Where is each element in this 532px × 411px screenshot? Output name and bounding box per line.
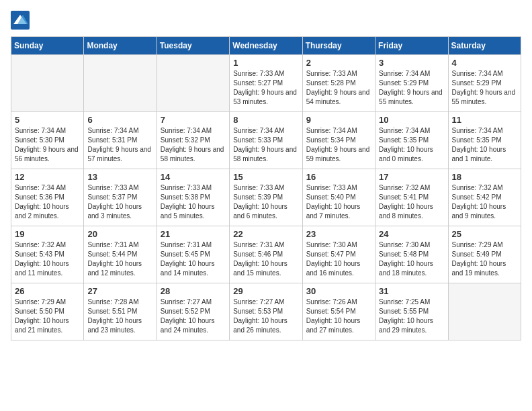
- calendar-cell: 11Sunrise: 7:34 AM Sunset: 5:35 PM Dayli…: [448, 112, 521, 169]
- day-number: 2: [306, 58, 371, 68]
- calendar-cell: 28Sunrise: 7:27 AM Sunset: 5:52 PM Dayli…: [157, 283, 229, 340]
- calendar-cell: [157, 55, 229, 112]
- day-info: Sunrise: 7:27 AM Sunset: 5:52 PM Dayligh…: [161, 298, 226, 335]
- day-number: 23: [306, 229, 371, 239]
- day-info: Sunrise: 7:29 AM Sunset: 5:50 PM Dayligh…: [15, 298, 80, 335]
- calendar-cell: 9Sunrise: 7:34 AM Sunset: 5:34 PM Daylig…: [302, 112, 375, 169]
- calendar-cell: [11, 55, 84, 112]
- day-number: 3: [379, 58, 444, 68]
- day-info: Sunrise: 7:32 AM Sunset: 5:41 PM Dayligh…: [379, 183, 444, 221]
- calendar-header-row: SundayMondayTuesdayWednesdayThursdayFrid…: [11, 37, 521, 55]
- calendar-cell: 14Sunrise: 7:33 AM Sunset: 5:38 PM Dayli…: [157, 169, 229, 226]
- calendar-header-sunday: Sunday: [11, 37, 84, 55]
- calendar-cell: 1Sunrise: 7:33 AM Sunset: 5:27 PM Daylig…: [230, 55, 302, 112]
- calendar-week-row: 5Sunrise: 7:34 AM Sunset: 5:30 PM Daylig…: [11, 112, 521, 169]
- day-number: 21: [161, 229, 226, 239]
- calendar-cell: 7Sunrise: 7:34 AM Sunset: 5:32 PM Daylig…: [157, 112, 229, 169]
- calendar-table: SundayMondayTuesdayWednesdayThursdayFrid…: [11, 36, 521, 340]
- calendar-cell: 15Sunrise: 7:33 AM Sunset: 5:39 PM Dayli…: [230, 169, 302, 226]
- calendar-cell: 17Sunrise: 7:32 AM Sunset: 5:41 PM Dayli…: [375, 169, 448, 226]
- day-info: Sunrise: 7:30 AM Sunset: 5:47 PM Dayligh…: [306, 240, 371, 278]
- day-number: 20: [87, 229, 152, 239]
- calendar-header-tuesday: Tuesday: [157, 37, 229, 55]
- day-number: 12: [15, 172, 80, 182]
- calendar-cell: 19Sunrise: 7:32 AM Sunset: 5:43 PM Dayli…: [11, 226, 84, 283]
- calendar-week-row: 1Sunrise: 7:33 AM Sunset: 5:27 PM Daylig…: [11, 55, 521, 112]
- day-number: 14: [161, 172, 226, 182]
- day-info: Sunrise: 7:27 AM Sunset: 5:53 PM Dayligh…: [233, 298, 298, 335]
- day-number: 10: [379, 115, 444, 125]
- day-number: 5: [15, 115, 80, 125]
- day-info: Sunrise: 7:33 AM Sunset: 5:40 PM Dayligh…: [306, 183, 371, 221]
- calendar-cell: 29Sunrise: 7:27 AM Sunset: 5:53 PM Dayli…: [230, 283, 302, 340]
- day-number: 15: [233, 172, 298, 182]
- calendar-cell: 12Sunrise: 7:34 AM Sunset: 5:36 PM Dayli…: [11, 169, 84, 226]
- day-info: Sunrise: 7:28 AM Sunset: 5:51 PM Dayligh…: [87, 298, 152, 335]
- calendar-cell: 5Sunrise: 7:34 AM Sunset: 5:30 PM Daylig…: [11, 112, 84, 169]
- day-number: 27: [87, 286, 152, 296]
- day-number: 25: [452, 229, 517, 239]
- calendar-cell: 10Sunrise: 7:34 AM Sunset: 5:35 PM Dayli…: [375, 112, 448, 169]
- day-number: 9: [306, 115, 371, 125]
- calendar-cell: 31Sunrise: 7:25 AM Sunset: 5:55 PM Dayli…: [375, 283, 448, 340]
- calendar-cell: 13Sunrise: 7:33 AM Sunset: 5:37 PM Dayli…: [84, 169, 157, 226]
- day-info: Sunrise: 7:34 AM Sunset: 5:35 PM Dayligh…: [379, 126, 444, 164]
- logo: [11, 11, 32, 30]
- day-number: 4: [452, 58, 517, 68]
- calendar-cell: 22Sunrise: 7:31 AM Sunset: 5:46 PM Dayli…: [230, 226, 302, 283]
- calendar-cell: 30Sunrise: 7:26 AM Sunset: 5:54 PM Dayli…: [302, 283, 375, 340]
- day-info: Sunrise: 7:34 AM Sunset: 5:30 PM Dayligh…: [15, 126, 80, 164]
- day-number: 17: [379, 172, 444, 182]
- calendar-cell: 6Sunrise: 7:34 AM Sunset: 5:31 PM Daylig…: [84, 112, 157, 169]
- day-info: Sunrise: 7:32 AM Sunset: 5:42 PM Dayligh…: [452, 183, 517, 221]
- day-info: Sunrise: 7:34 AM Sunset: 5:34 PM Dayligh…: [306, 126, 371, 164]
- day-info: Sunrise: 7:33 AM Sunset: 5:37 PM Dayligh…: [87, 183, 152, 221]
- day-number: 29: [233, 286, 298, 296]
- day-info: Sunrise: 7:34 AM Sunset: 5:36 PM Dayligh…: [15, 183, 80, 221]
- day-info: Sunrise: 7:31 AM Sunset: 5:46 PM Dayligh…: [233, 240, 298, 278]
- day-number: 8: [233, 115, 298, 125]
- calendar-cell: 20Sunrise: 7:31 AM Sunset: 5:44 PM Dayli…: [84, 226, 157, 283]
- day-info: Sunrise: 7:34 AM Sunset: 5:31 PM Dayligh…: [87, 126, 152, 164]
- calendar-cell: 4Sunrise: 7:34 AM Sunset: 5:29 PM Daylig…: [448, 55, 521, 112]
- day-number: 24: [379, 229, 444, 239]
- day-number: 11: [452, 115, 517, 125]
- day-info: Sunrise: 7:34 AM Sunset: 5:32 PM Dayligh…: [161, 126, 226, 164]
- day-info: Sunrise: 7:33 AM Sunset: 5:27 PM Dayligh…: [233, 69, 298, 107]
- day-info: Sunrise: 7:25 AM Sunset: 5:55 PM Dayligh…: [379, 298, 444, 335]
- calendar-cell: 16Sunrise: 7:33 AM Sunset: 5:40 PM Dayli…: [302, 169, 375, 226]
- calendar-week-row: 12Sunrise: 7:34 AM Sunset: 5:36 PM Dayli…: [11, 169, 521, 226]
- day-info: Sunrise: 7:34 AM Sunset: 5:35 PM Dayligh…: [452, 126, 517, 164]
- day-number: 26: [15, 286, 80, 296]
- day-number: 22: [233, 229, 298, 239]
- day-info: Sunrise: 7:31 AM Sunset: 5:44 PM Dayligh…: [87, 240, 152, 278]
- calendar-header-friday: Friday: [375, 37, 448, 55]
- day-info: Sunrise: 7:26 AM Sunset: 5:54 PM Dayligh…: [306, 298, 371, 335]
- day-number: 7: [161, 115, 226, 125]
- page-header: [11, 11, 521, 30]
- day-number: 31: [379, 286, 444, 296]
- calendar-cell: [84, 55, 157, 112]
- day-info: Sunrise: 7:29 AM Sunset: 5:49 PM Dayligh…: [452, 240, 517, 278]
- calendar-cell: 23Sunrise: 7:30 AM Sunset: 5:47 PM Dayli…: [302, 226, 375, 283]
- calendar-header-saturday: Saturday: [448, 37, 521, 55]
- day-number: 19: [15, 229, 80, 239]
- day-info: Sunrise: 7:31 AM Sunset: 5:45 PM Dayligh…: [161, 240, 226, 278]
- calendar-cell: 27Sunrise: 7:28 AM Sunset: 5:51 PM Dayli…: [84, 283, 157, 340]
- day-info: Sunrise: 7:32 AM Sunset: 5:43 PM Dayligh…: [15, 240, 80, 278]
- day-info: Sunrise: 7:33 AM Sunset: 5:28 PM Dayligh…: [306, 69, 371, 107]
- calendar-cell: 2Sunrise: 7:33 AM Sunset: 5:28 PM Daylig…: [302, 55, 375, 112]
- day-number: 16: [306, 172, 371, 182]
- calendar-header-wednesday: Wednesday: [230, 37, 302, 55]
- day-info: Sunrise: 7:33 AM Sunset: 5:39 PM Dayligh…: [233, 183, 298, 221]
- day-info: Sunrise: 7:34 AM Sunset: 5:29 PM Dayligh…: [452, 69, 517, 107]
- calendar-cell: [448, 283, 521, 340]
- day-number: 28: [161, 286, 226, 296]
- calendar-week-row: 26Sunrise: 7:29 AM Sunset: 5:50 PM Dayli…: [11, 283, 521, 340]
- calendar-cell: 24Sunrise: 7:30 AM Sunset: 5:48 PM Dayli…: [375, 226, 448, 283]
- day-info: Sunrise: 7:33 AM Sunset: 5:38 PM Dayligh…: [161, 183, 226, 221]
- calendar-header-monday: Monday: [84, 37, 157, 55]
- day-info: Sunrise: 7:34 AM Sunset: 5:29 PM Dayligh…: [379, 69, 444, 107]
- day-number: 30: [306, 286, 371, 296]
- calendar-cell: 25Sunrise: 7:29 AM Sunset: 5:49 PM Dayli…: [448, 226, 521, 283]
